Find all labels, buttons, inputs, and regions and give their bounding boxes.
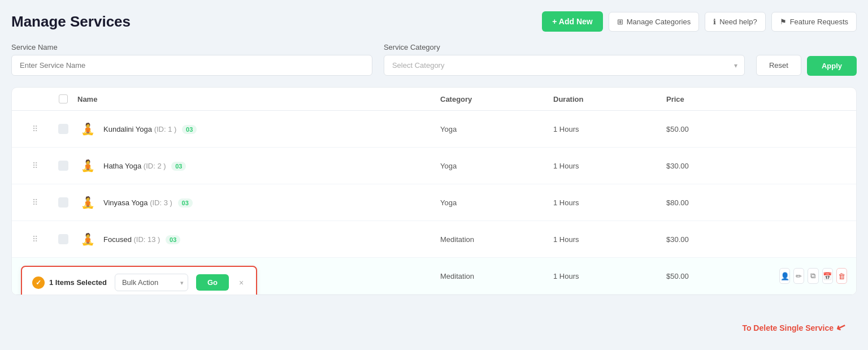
table-row: ⠿ 🧘 Kundalini Yoga (ID: 1 ) 03 Yoga 1 Ho… [12,111,856,148]
row-actions: 👤 ✏ ⧉ 📅 🗑 [779,268,847,284]
service-id: (ID: 13 ) [133,235,160,244]
assign-button[interactable]: 👤 [779,268,790,284]
row-checkbox[interactable] [49,234,77,244]
drag-handle[interactable]: ⠿ [21,161,49,170]
service-name: Focused (ID: 13 ) 03 [103,235,180,244]
service-badge: 03 [182,125,197,134]
drag-handle[interactable]: ⠿ [21,124,49,133]
duration-col-header: Duration [553,95,666,103]
service-name-cell: 🧘 Kundalini Yoga (ID: 1 ) 03 [77,119,440,139]
service-icon: 🧘 [77,155,98,176]
service-price: $50.00 [666,125,779,133]
name-col-header: Name [77,95,440,103]
page-title: Manage Services [11,13,131,31]
service-category: Yoga [440,162,553,170]
service-name-cell: 🧘 Hatha Yoga (ID: 2 ) 03 [77,155,440,176]
category-select[interactable]: Select Category Yoga Meditation [384,55,744,75]
delete-button[interactable]: 🗑 [836,268,847,284]
close-bar-button[interactable]: × [237,277,246,288]
service-price: $80.00 [666,198,779,207]
calendar-button[interactable]: 📅 [822,268,833,284]
checkbox-unchecked[interactable] [58,161,68,171]
service-name-input[interactable] [11,55,372,76]
service-duration: 1 Hours [553,125,666,133]
copy-icon: ⧉ [810,271,815,280]
table-header: Name Category Duration Price [12,88,856,111]
items-selected: ✓ 1 Items Selected [32,276,107,289]
service-icon: 🧘 [77,119,98,139]
page-header: Manage Services + Add New ⊞ Manage Categ… [11,11,857,32]
calendar-icon: 📅 [823,272,832,280]
feature-requests-button[interactable]: ⚑ Feature Requests [771,12,857,32]
bulk-action-bar: ✓ 1 Items Selected Bulk Action Delete Ac… [21,266,257,295]
delete-annotation: To Delete Single Service ↗ [742,321,845,335]
service-name-cell: 🧘 Focused (ID: 13 ) 03 [77,229,440,249]
service-icon: 🧘 [77,192,98,213]
help-icon: ℹ [713,18,716,26]
service-id: (ID: 2 ) [144,162,166,170]
service-name-filter: Service Name [11,43,372,76]
edit-button[interactable]: ✏ [793,268,804,284]
service-id: (ID: 3 ) [150,198,172,207]
services-table: Name Category Duration Price ⠿ 🧘 Kundali… [11,87,857,295]
category-select-wrapper: Select Category Yoga Meditation ▾ [384,55,745,76]
service-category: Meditation [440,235,553,244]
add-new-button[interactable]: + Add New [542,11,602,32]
service-name: Kundalini Yoga (ID: 1 ) 03 [103,125,197,133]
service-duration: 1 Hours [553,162,666,170]
service-badge: 03 [178,198,193,208]
filters-row: Service Name Service Category Select Cat… [11,43,857,76]
go-button[interactable]: Go [196,274,229,291]
annotation-arrow-icon: ↗ [834,320,847,336]
trash-icon: 🗑 [838,272,845,280]
table-row: ⠿ 🧘 Hatha Yoga (ID: 2 ) 03 Yoga 1 Hours … [12,148,856,184]
apply-button[interactable]: Apply [807,56,857,76]
service-name-cell: 🧘 Vinyasa Yoga (ID: 3 ) 03 [77,192,440,213]
drag-handle[interactable]: ⠿ [21,198,49,207]
bulk-action-select[interactable]: Bulk Action Delete Activate Deactivate [115,274,188,291]
service-category: Yoga [440,125,553,133]
service-name: Vinyasa Yoga (ID: 3 ) 03 [103,198,193,207]
table-outer-wrapper: Name Category Duration Price ⠿ 🧘 Kundali… [11,87,857,340]
checkbox-unchecked[interactable] [58,124,68,134]
table-row: ⠿ 🧘 Vinyasa Yoga (ID: 3 ) 03 Yoga 1 Hour… [12,184,856,221]
items-selected-text: 1 Items Selected [49,278,107,287]
header-actions: + Add New ⊞ Manage Categories ℹ Need hel… [542,11,857,32]
service-name: Hatha Yoga (ID: 2 ) 03 [103,162,186,170]
service-duration: 1 Hours [553,272,666,280]
bulk-action-wrapper: Bulk Action Delete Activate Deactivate ▾ [115,274,188,291]
reset-button[interactable]: Reset [756,55,801,76]
select-all-checkbox[interactable] [59,94,68,103]
service-badge: 03 [166,235,180,244]
checkbox-unchecked[interactable] [58,197,68,208]
service-price: $50.00 [666,272,779,280]
row-checkbox[interactable] [49,124,77,134]
row-checkbox[interactable] [49,161,77,171]
service-category-label: Service Category [384,43,745,51]
assign-icon: 👤 [780,272,789,280]
table-row: ⠿ 🧘 Focused (ID: 13 ) 03 Meditation 1 Ho… [12,221,856,258]
need-help-button[interactable]: ℹ Need help? [705,12,766,32]
service-category: Yoga [440,198,553,207]
category-col-header: Category [440,95,553,103]
price-col-header: Price [666,95,779,103]
copy-button[interactable]: ⧉ [808,268,818,284]
flag-icon: ⚑ [780,18,787,26]
row-checkbox[interactable] [49,197,77,208]
edit-icon: ✏ [796,272,802,280]
select-all-col [49,94,77,103]
service-price: $30.00 [666,162,779,170]
service-name-label: Service Name [11,43,372,51]
service-category: Meditation [440,272,553,280]
drag-handle[interactable]: ⠿ [21,235,49,244]
filter-buttons: Reset Apply [756,55,857,76]
service-category-filter: Service Category Select Category Yoga Me… [384,43,745,76]
selected-icon: ✓ [32,276,45,289]
service-badge: 03 [171,162,186,171]
manage-categories-button[interactable]: ⊞ Manage Categories [609,12,699,32]
service-price: $30.00 [666,235,779,244]
service-id: (ID: 1 ) [154,125,177,133]
annotation-text: To Delete Single Service [742,323,834,332]
checkbox-unchecked[interactable] [58,234,68,244]
service-duration: 1 Hours [553,235,666,244]
